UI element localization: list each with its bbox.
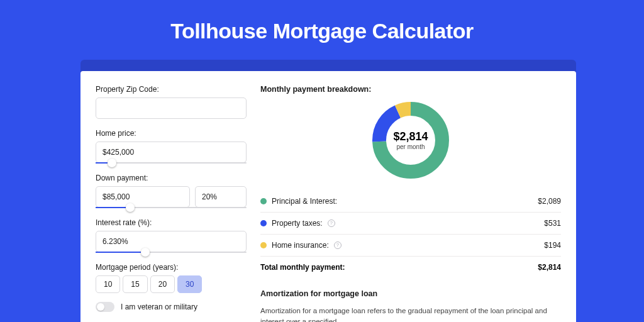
info-icon[interactable]: ?: [328, 219, 335, 227]
slider-thumb[interactable]: [141, 248, 150, 257]
period-btn-30[interactable]: 30: [177, 275, 202, 293]
amortization-section: Amortization for mortgage loan Amortizat…: [260, 289, 561, 322]
zip-input[interactable]: [96, 97, 247, 119]
legend-value: $194: [544, 241, 561, 250]
legend-dot: [260, 220, 267, 226]
interest-rate-slider[interactable]: [96, 252, 247, 253]
veteran-toggle[interactable]: [96, 302, 114, 312]
breakdown-title: Monthly payment breakdown:: [260, 85, 561, 94]
info-icon[interactable]: ?: [334, 242, 341, 249]
amortization-title: Amortization for mortgage loan: [260, 289, 561, 298]
interest-rate-label: Interest rate (%):: [96, 218, 247, 227]
home-price-field-group: Home price:: [96, 129, 247, 164]
home-price-slider[interactable]: [96, 162, 247, 164]
slider-thumb[interactable]: [126, 203, 135, 212]
legend-row: Property taxes:?$531: [260, 213, 561, 235]
down-payment-label: Down payment:: [96, 174, 247, 182]
down-payment-percent-input[interactable]: [195, 186, 247, 208]
legend-row: Principal & Interest:$2,089: [260, 191, 561, 213]
input-panel: Property Zip Code: Home price: Down paym…: [96, 85, 247, 322]
donut-chart-wrap: $2,814 per month: [260, 101, 561, 179]
veteran-label: I am veteran or military: [121, 303, 197, 311]
interest-rate-input[interactable]: [96, 231, 247, 252]
legend-label: Principal & Interest:: [272, 197, 337, 206]
total-value: $2,814: [538, 263, 561, 272]
legend-value: $531: [544, 219, 561, 228]
period-label: Mortgage period (years):: [96, 263, 247, 272]
donut-sublabel: per month: [396, 143, 425, 150]
donut-amount: $2,814: [393, 130, 428, 143]
zip-label: Property Zip Code:: [96, 85, 247, 94]
legend-label: Home insurance:: [272, 241, 329, 250]
down-payment-amount-input[interactable]: [96, 186, 190, 208]
breakdown-panel: Monthly payment breakdown: $2,814 per mo…: [260, 85, 561, 322]
period-btn-10[interactable]: 10: [96, 275, 120, 293]
legend-dot: [260, 242, 267, 248]
total-label: Total monthly payment:: [260, 263, 345, 272]
home-price-input[interactable]: [96, 142, 247, 163]
calculator-card: Property Zip Code: Home price: Down paym…: [80, 71, 576, 322]
legend-value: $2,089: [538, 197, 561, 206]
legend-row: Home insurance:?$194: [260, 235, 561, 257]
total-row: Total monthly payment: $2,814: [260, 257, 561, 278]
page-title: Tollhouse Mortgage Calculator: [0, 0, 644, 60]
period-field-group: Mortgage period (years): 10152030: [96, 263, 247, 293]
veteran-toggle-row: I am veteran or military: [96, 302, 247, 312]
interest-rate-field-group: Interest rate (%):: [96, 218, 247, 253]
donut-chart: $2,814 per month: [372, 101, 450, 179]
period-btn-15[interactable]: 15: [123, 275, 147, 293]
down-payment-field-group: Down payment:: [96, 174, 247, 208]
slider-thumb[interactable]: [108, 158, 116, 167]
down-payment-slider[interactable]: [96, 207, 247, 208]
amortization-body: Amortization for a mortgage loan refers …: [260, 306, 561, 322]
legend-label: Property taxes:: [272, 219, 323, 228]
home-price-label: Home price:: [96, 129, 247, 138]
zip-field-group: Property Zip Code:: [96, 85, 247, 119]
period-btn-20[interactable]: 20: [150, 275, 175, 293]
card-shadow: Property Zip Code: Home price: Down paym…: [80, 60, 576, 322]
legend-dot: [260, 198, 267, 204]
